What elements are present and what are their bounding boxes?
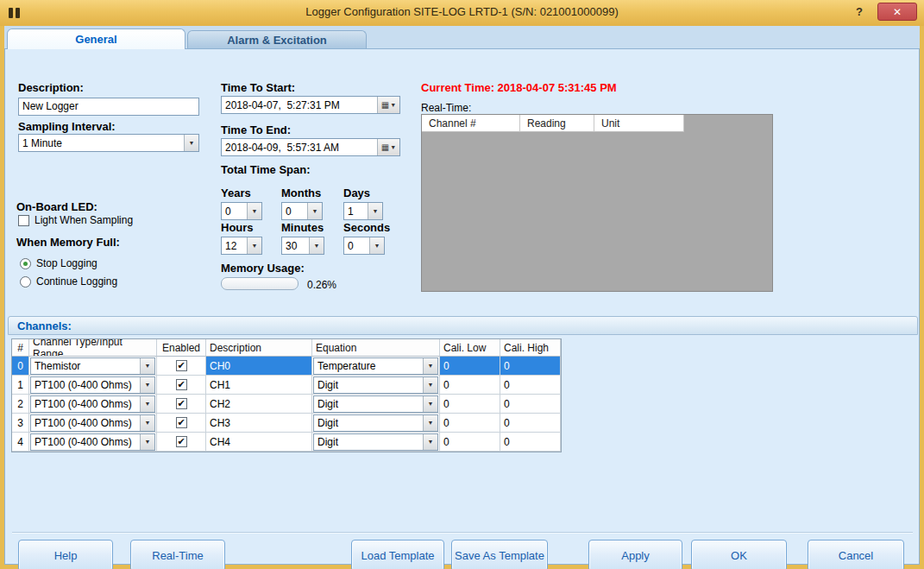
channel-number: 4 — [12, 433, 29, 452]
channel-description-cell[interactable]: CH3 — [206, 414, 312, 433]
channel-equation-cell: Digit▼ — [312, 395, 440, 414]
close-icon: ✕ — [893, 6, 902, 18]
sampling-interval-select[interactable]: 1 Minute ▼ — [18, 134, 199, 152]
hours-select[interactable]: 12 ▼ — [221, 237, 262, 255]
col-equation: Equation — [312, 339, 440, 357]
channel-row[interactable]: 0Themistor▼✔CH0Temperature▼00 — [12, 357, 561, 376]
tab-alarm-excitation[interactable]: Alarm & Excitation — [187, 30, 367, 49]
description-input[interactable]: New Logger — [18, 98, 199, 116]
load-template-button[interactable]: Load Template — [351, 540, 444, 569]
years-select[interactable]: 0 ▼ — [221, 202, 262, 220]
cali-high-cell[interactable]: 0 — [500, 395, 561, 414]
channel-enabled-cell: ✔ — [157, 357, 206, 376]
chevron-down-icon: ▼ — [140, 358, 154, 374]
rt-column-unit[interactable]: Unit — [594, 115, 684, 132]
enabled-checkbox[interactable]: ✔ — [176, 379, 187, 390]
equation-select[interactable]: Digit▼ — [313, 376, 438, 394]
close-button[interactable]: ✕ — [877, 3, 917, 21]
time-to-start-value: 2018-04-07, 5:27:31 PM — [222, 97, 377, 113]
cali-low-cell[interactable]: 0 — [440, 433, 500, 452]
divider — [12, 532, 913, 534]
time-to-start-picker[interactable]: 2018-04-07, 5:27:31 PM ▦ ▼ — [221, 96, 400, 114]
continue-logging-radio[interactable]: Continue Logging — [20, 275, 117, 288]
chevron-down-icon: ▼ — [140, 377, 154, 393]
channel-description-cell[interactable]: CH1 — [206, 376, 312, 395]
channels-label: Channels: — [9, 319, 72, 332]
equation-select[interactable]: Digit▼ — [313, 414, 438, 432]
channel-description-cell[interactable]: CH0 — [206, 357, 312, 376]
save-as-template-button[interactable]: Save As Template — [451, 540, 548, 569]
calendar-icon: ▦ — [381, 101, 389, 110]
help-button[interactable]: Help — [18, 540, 113, 569]
channel-description-cell[interactable]: CH4 — [206, 433, 312, 452]
title-bar[interactable]: Logger Configuration SITE-LOG LRTD-1 (S/… — [0, 0, 924, 26]
chevron-down-icon: ▼ — [140, 434, 154, 450]
general-tab-page: Description: New Logger Sampling Interva… — [4, 48, 920, 565]
stop-logging-radio[interactable]: Stop Logging — [20, 257, 97, 269]
days-select[interactable]: 1 ▼ — [343, 202, 383, 220]
rt-column-reading[interactable]: Reading — [520, 115, 594, 132]
enabled-checkbox[interactable]: ✔ — [176, 417, 187, 428]
channels-table-header: # Channel Type/Input Range Enabled Descr… — [12, 339, 561, 357]
channel-type-select[interactable]: PT100 (0-400 Ohms)▼ — [30, 414, 155, 432]
cali-high-cell[interactable]: 0 — [500, 376, 561, 395]
memory-usage-bar — [221, 277, 299, 290]
col-enabled: Enabled — [157, 339, 206, 357]
col-description: Description — [206, 339, 312, 357]
cali-low-cell[interactable]: 0 — [440, 376, 500, 395]
help-titlebar-button[interactable]: ? — [848, 3, 871, 21]
tab-general[interactable]: General — [7, 28, 185, 49]
channel-row[interactable]: 1PT100 (0-400 Ohms)▼✔CH1Digit▼00 — [12, 376, 561, 395]
cali-low-cell[interactable]: 0 — [440, 414, 500, 433]
col-cali-low: Cali. Low — [440, 339, 500, 357]
light-when-sampling-checkbox[interactable]: Light When Sampling — [18, 214, 133, 226]
real-time-button[interactable]: Real-Time — [130, 540, 225, 569]
enabled-checkbox[interactable]: ✔ — [176, 360, 187, 371]
seconds-label: Seconds — [343, 221, 390, 234]
equation-select[interactable]: Temperature▼ — [313, 357, 438, 375]
apply-button[interactable]: Apply — [588, 540, 682, 569]
months-select[interactable]: 0 ▼ — [281, 202, 323, 220]
channel-row[interactable]: 3PT100 (0-400 Ohms)▼✔CH3Digit▼00 — [12, 414, 561, 433]
calendar-dropdown-button[interactable]: ▦ ▼ — [377, 139, 399, 155]
chevron-down-icon: ▼ — [390, 102, 396, 108]
calendar-dropdown-button[interactable]: ▦ ▼ — [377, 97, 399, 113]
cali-high-cell[interactable]: 0 — [500, 433, 561, 452]
cali-low-cell[interactable]: 0 — [440, 395, 500, 414]
enabled-checkbox[interactable]: ✔ — [176, 398, 187, 409]
chevron-down-icon: ▼ — [140, 396, 154, 412]
checkbox-box[interactable] — [18, 215, 29, 226]
equation-select[interactable]: Digit▼ — [313, 433, 438, 451]
channel-equation-cell: Digit▼ — [312, 433, 440, 452]
channel-type-select[interactable]: PT100 (0-400 Ohms)▼ — [30, 395, 155, 413]
equation-select[interactable]: Digit▼ — [313, 395, 438, 413]
cali-high-cell[interactable]: 0 — [500, 414, 561, 433]
logger-configuration-dialog: Logger Configuration SITE-LOG LRTD-1 (S/… — [0, 0, 924, 569]
channel-type-cell: PT100 (0-400 Ohms)▼ — [29, 433, 157, 452]
channel-row[interactable]: 4PT100 (0-400 Ohms)▼✔CH4Digit▼00 — [12, 433, 561, 452]
channel-enabled-cell: ✔ — [157, 414, 206, 433]
time-to-end-picker[interactable]: 2018-04-09, 5:57:31 AM ▦ ▼ — [221, 138, 400, 156]
radio-button[interactable] — [20, 258, 31, 269]
cali-high-cell[interactable]: 0 — [500, 357, 561, 376]
minutes-select[interactable]: 30 ▼ — [281, 237, 324, 255]
years-label: Years — [221, 187, 251, 199]
enabled-checkbox[interactable]: ✔ — [176, 436, 187, 447]
channel-type-select[interactable]: PT100 (0-400 Ohms)▼ — [30, 376, 155, 394]
rt-column-channel[interactable]: Channel # — [422, 115, 520, 132]
cali-low-cell[interactable]: 0 — [440, 357, 500, 376]
sampling-interval-value: 1 Minute — [19, 135, 184, 151]
channel-type-select[interactable]: PT100 (0-400 Ohms)▼ — [30, 433, 155, 451]
realtime-table: Channel # Reading Unit — [421, 114, 773, 292]
current-time-label: Current Time: 2018-04-07 5:31:45 PM — [421, 81, 617, 94]
radio-button[interactable] — [20, 276, 31, 288]
ok-button[interactable]: OK — [691, 540, 787, 569]
time-to-end-value: 2018-04-09, 5:57:31 AM — [222, 139, 377, 155]
realtime-table-header: Channel # Reading Unit — [422, 115, 772, 132]
channel-type-select[interactable]: Themistor▼ — [30, 357, 155, 375]
channel-row[interactable]: 2PT100 (0-400 Ohms)▼✔CH2Digit▼00 — [12, 395, 561, 414]
channel-description-cell[interactable]: CH2 — [206, 395, 312, 414]
cancel-button[interactable]: Cancel — [808, 540, 904, 569]
seconds-select[interactable]: 0 ▼ — [343, 237, 385, 255]
memory-usage-label: Memory Usage: — [221, 262, 305, 275]
